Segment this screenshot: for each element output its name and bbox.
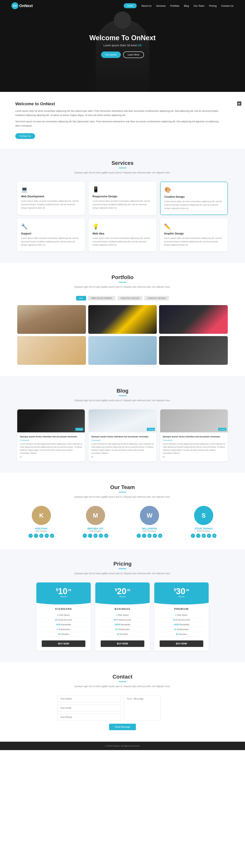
nav-about[interactable]: About Us <box>141 4 151 7</box>
hero-section: Welcome To OnNext Lorem Ipsum Dolor Sit … <box>0 0 245 92</box>
social-icon[interactable]: in <box>207 534 211 538</box>
hero-content: Welcome To OnNext Lorem Ipsum Dolor Sit … <box>89 34 156 58</box>
portfolio-item[interactable] <box>17 336 86 365</box>
services-divider <box>119 168 126 168</box>
blog-card: 15 Aug Quisque auctor lectus interdum ni… <box>89 409 156 462</box>
logo[interactable]: On OnOnNextNext <box>11 2 33 9</box>
social-icon[interactable]: g+ <box>147 534 152 538</box>
portfolio-item[interactable] <box>159 336 228 365</box>
welcome-contact-btn[interactable]: Contact Us <box>15 133 35 139</box>
team-social-links: ftg+inyt <box>71 534 120 538</box>
hero-learnmore-btn[interactable]: Learn More <box>123 52 144 58</box>
nav-services[interactable]: Services <box>156 4 166 7</box>
portfolio-filter-btn[interactable]: ALL <box>76 296 86 301</box>
contact-section: Contact Quisque eget nisl id nulla sagit… <box>0 662 245 742</box>
pricing-buy-btn[interactable]: BUY NOW <box>160 641 203 647</box>
portfolio-item-bg <box>17 336 86 365</box>
nav-pricing[interactable]: Pricing <box>209 4 217 7</box>
portfolio-filter-btn[interactable]: GRAPHIC DESIGN <box>144 296 169 301</box>
service-card-desc: Lorem ipsum dolor sit amet consectetur a… <box>92 237 152 247</box>
services-title: Services <box>17 160 228 166</box>
team-avatar: W <box>140 506 159 525</box>
social-icon[interactable]: yt <box>212 534 216 538</box>
team-member-role: Web Developer <box>125 530 174 532</box>
social-icon[interactable]: g+ <box>39 534 43 538</box>
social-icon[interactable]: t <box>88 534 92 538</box>
social-icon[interactable]: f <box>191 534 195 538</box>
social-icon[interactable]: f <box>83 534 87 538</box>
nav-home-btn[interactable]: Home <box>124 3 137 8</box>
welcome-arrow-btn[interactable]: ▶ <box>237 101 241 106</box>
nav-blog[interactable]: Blog <box>184 4 189 7</box>
social-icon[interactable]: in <box>153 534 157 538</box>
portfolio-item[interactable] <box>159 305 228 334</box>
team-card: K KRISTIANA Web Designer ftg+inyt <box>17 506 66 538</box>
portfolio-grid <box>17 305 228 365</box>
pricing-wave <box>154 601 209 604</box>
pricing-container: Pricing Quisque eget nisl id nulla sagit… <box>17 561 228 651</box>
social-icon[interactable]: g+ <box>93 534 98 538</box>
service-card-title: Support <box>21 232 81 235</box>
blog-card-comments[interactable]: Comments <box>163 439 225 441</box>
blog-card-body: Quisque auctor lectus interdum nisl accu… <box>17 432 85 462</box>
pricing-tier: PREMIUM <box>154 608 209 610</box>
welcome-section: Welcome to OnNext Lorem ipsum dolor sit … <box>0 92 245 149</box>
social-icon[interactable]: f <box>137 534 141 538</box>
portfolio-filter-btn[interactable]: WEB DEVELOPMENT <box>88 296 115 301</box>
blog-card: 10 Aug Quisque auctor lectus interdum ni… <box>160 409 228 462</box>
team-member-role: Web Developer <box>180 530 228 532</box>
portfolio-item[interactable] <box>88 336 157 365</box>
pricing-buy-btn[interactable]: BUY NOW <box>101 641 144 647</box>
social-icon[interactable]: t <box>196 534 201 538</box>
social-icon[interactable]: yt <box>50 534 54 538</box>
pricing-card: $10.99 /Month STANDARD 1 Disk Space 25 E… <box>36 583 91 651</box>
team-member-name: STEVE THOMAS <box>180 527 228 530</box>
service-icon: ✏️ <box>164 223 224 230</box>
pricing-features: 1 Disk Space 25 Email Accounts 5GB Bandw… <box>36 613 91 637</box>
blog-card-comments[interactable]: Comments <box>20 439 82 441</box>
blog-card-comments[interactable]: Comments <box>91 439 154 441</box>
team-social-links: ftg+inyt <box>17 534 66 538</box>
service-card: 💡 Web Idea Lorem ipsum dolor sit amet co… <box>89 219 156 251</box>
team-member-role: Web Designer <box>17 530 66 532</box>
services-section: Services Quisque eget nisl id nulla sagi… <box>0 149 245 263</box>
pricing-section: Pricing Quisque eget nisl id nulla sagit… <box>0 549 245 662</box>
pricing-feature: 75 Email Accounts <box>158 617 205 622</box>
social-icon[interactable]: in <box>99 534 103 538</box>
social-icon[interactable]: f <box>29 534 33 538</box>
social-icon[interactable]: in <box>44 534 49 538</box>
portfolio-item[interactable] <box>88 305 157 334</box>
team-card: W WILLIAMSON Web Developer ftg+inyt <box>125 506 174 538</box>
nav-portfolio[interactable]: Portfolio <box>170 4 179 7</box>
hero-title: Welcome To OnNext <box>89 34 156 42</box>
team-card: M MIRANDA JOY Web Designer ftg+inyt <box>71 506 120 538</box>
social-icon[interactable]: t <box>142 534 146 538</box>
pricing-feature: 50 Email Accounts <box>99 617 146 622</box>
contact-left <box>57 695 121 721</box>
blog-card-body: Quisque auctor lectus interdum nisl accu… <box>89 432 156 462</box>
nav-contact[interactable]: Contact Us <box>221 4 234 7</box>
portfolio-filter-btn[interactable]: CREATIVE DESIGN <box>117 296 143 301</box>
social-icon[interactable]: yt <box>104 534 108 538</box>
hero-getstarted-btn[interactable]: Get started <box>101 52 121 58</box>
nav-team[interactable]: Our Team <box>193 4 205 7</box>
social-icon[interactable]: g+ <box>202 534 206 538</box>
social-icon[interactable]: t <box>34 534 38 538</box>
contact-name-input[interactable] <box>57 695 121 702</box>
blog-date-badge: 26 Aug <box>75 428 83 431</box>
social-icon[interactable]: yt <box>158 534 162 538</box>
service-card-title: Responsive Design <box>92 195 152 198</box>
blog-card-img: 26 Aug <box>17 409 85 432</box>
pricing-sub: Quisque eget nisl id nulla sagittis auct… <box>17 572 228 575</box>
contact-message-input[interactable] <box>124 695 160 721</box>
pricing-buy-btn[interactable]: BUY NOW <box>42 641 85 647</box>
service-card-desc: Lorem ipsum dolor sit amet consectetur a… <box>164 200 223 210</box>
contact-send-btn[interactable]: Send Message <box>109 724 136 730</box>
services-grid: 💻 Web Development Lorem ipsum dolor sit … <box>17 182 228 251</box>
portfolio-item[interactable] <box>17 305 86 334</box>
blog-card-title: Quisque auctor lectus interdum nisl accu… <box>163 435 225 438</box>
pricing-features: 1 Disk Space 50 Email Accounts 10GB Band… <box>95 613 150 637</box>
contact-email-input[interactable] <box>57 705 121 711</box>
blog-card-readmore: Et <box>91 456 154 459</box>
contact-phone-input[interactable] <box>57 714 121 721</box>
